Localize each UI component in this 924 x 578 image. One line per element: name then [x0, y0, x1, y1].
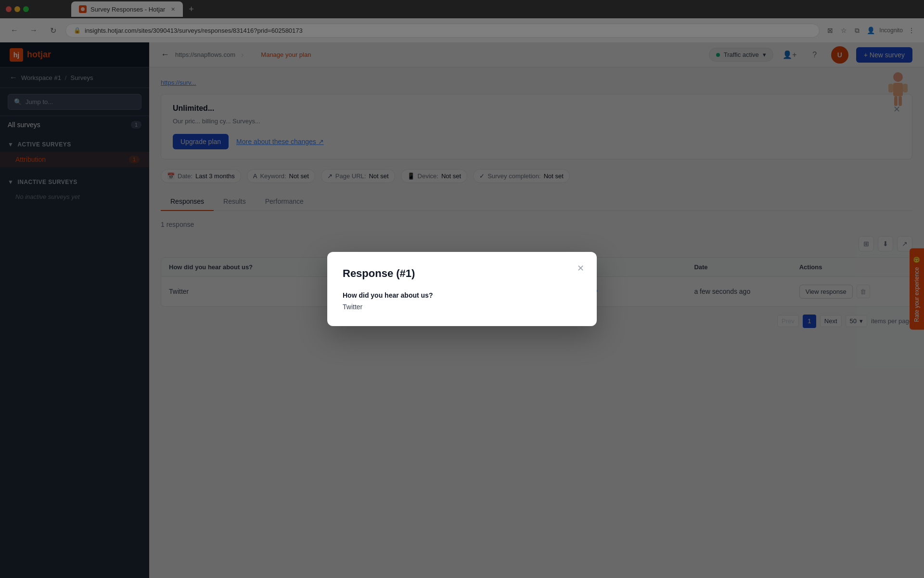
- modal-question: How did you hear about us?: [343, 291, 581, 299]
- modal-title: Response (#1): [343, 267, 581, 280]
- response-modal: Response (#1) ✕ How did you hear about u…: [327, 252, 597, 326]
- modal-answer: Twitter: [343, 303, 581, 311]
- modal-close-button[interactable]: ✕: [574, 262, 587, 275]
- modal-overlay[interactable]: Response (#1) ✕ How did you hear about u…: [0, 0, 924, 578]
